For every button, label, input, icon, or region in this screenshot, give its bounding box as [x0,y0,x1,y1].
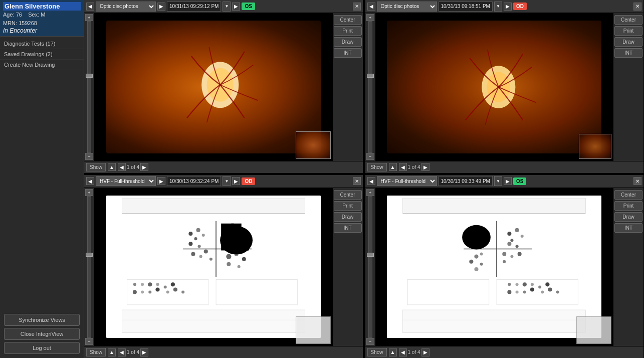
bottom-right-brightness-up[interactable]: + [366,189,374,196]
sidebar-item-saved-drawings[interactable]: Saved Drawings (2) [0,49,84,60]
bottom-left-draw-button[interactable]: Draw [334,212,362,222]
close-integriview-button[interactable]: Close IntegriView [4,328,80,340]
top-left-center-button[interactable]: Center [334,15,362,25]
bottom-left-brightness-down[interactable]: − [85,338,93,345]
top-right-page-info: 1 of 4 [408,164,420,170]
top-left-print-button[interactable]: Print [334,26,362,36]
top-right-footer-up[interactable]: ▲ [389,163,397,171]
top-left-slider-thumb[interactable] [86,74,93,78]
bottom-right-draw-button[interactable]: Draw [614,212,642,222]
svg-point-16 [196,228,200,232]
bottom-left-footer-prev[interactable]: ◀ [118,348,126,356]
bottom-right-footer-next[interactable]: ▶ [421,348,430,356]
bottom-left-footer-next[interactable]: ▶ [140,348,148,356]
top-right-show-button[interactable]: Show [367,163,387,171]
top-right-close-button[interactable]: ✕ [633,3,641,11]
top-left-prev-arrow[interactable]: ◀ [86,3,94,11]
bottom-right-slider-track[interactable] [368,196,372,338]
bottom-left-brightness-controls: + − [84,188,94,346]
top-right-footer-next[interactable]: ▶ [421,163,430,171]
bottom-right-header: ◀ HVF - Full-threshold 10/30/13 09:33:49… [365,175,644,188]
bottom-left-print-button[interactable]: Print [334,201,362,211]
bottom-left-close-button[interactable]: ✕ [353,177,361,185]
bottom-right-nav-footer: ◀ 1 of 4 ▶ [399,348,430,356]
svg-point-59 [511,255,514,258]
top-right-prev-arrow[interactable]: ◀ [367,3,375,11]
top-left-show-button[interactable]: Show [86,163,106,171]
top-right-dropdown-arrow[interactable]: ▼ [494,2,502,12]
svg-point-42 [166,291,169,294]
bottom-right-footer: Show ▲ ◀ 1 of 4 ▶ [365,346,644,358]
top-left-brightness-down[interactable]: − [85,153,93,160]
bottom-left-slider-thumb[interactable] [86,253,93,257]
top-left-title-select[interactable]: Optic disc photos [96,2,156,12]
top-right-draw-button[interactable]: Draw [614,37,642,47]
bottom-right-print-button[interactable]: Print [614,201,642,211]
svg-point-24 [209,258,212,261]
bottom-left-dropdown-arrow[interactable]: ▼ [223,176,231,186]
bottom-left-next-arrow[interactable]: ▶ [157,177,165,185]
bottom-right-title-select[interactable]: HVF - Full-threshold [377,176,437,186]
bottom-right-brightness-down[interactable]: − [366,338,374,345]
sidebar: Glenn Silverstone Age: 76 Sex: M MRN: 15… [0,0,84,358]
top-left-dropdown-arrow[interactable]: ▼ [223,2,231,12]
bottom-left-show-button[interactable]: Show [86,348,106,356]
top-right-slider-track[interactable] [368,21,372,153]
top-left-slider-container [85,21,94,153]
top-left-viewer-panel: ◀ Optic disc photos ▶ 10/31/13 09:29:12 … [84,0,363,173]
bottom-right-show-button[interactable]: Show [367,348,387,356]
top-left-slider-track[interactable] [87,21,91,153]
top-right-brightness-down[interactable]: − [366,153,374,160]
top-right-center-button[interactable]: Center [614,15,642,25]
bottom-right-slider-thumb[interactable] [367,253,374,257]
bottom-right-play-arrow[interactable]: ▶ [504,177,512,185]
bottom-left-footer-up[interactable]: ▲ [108,348,116,356]
bottom-left-prev-arrow[interactable]: ◀ [86,177,94,185]
top-left-play-arrow[interactable]: ▶ [232,3,240,11]
top-right-body: + − [365,13,644,161]
bottom-left-thumbnail [296,316,331,344]
top-right-footer-prev[interactable]: ◀ [399,163,407,171]
synchronize-views-button[interactable]: Synchronize Views [4,314,80,326]
log-out-button[interactable]: Log out [4,342,80,354]
top-left-int-button[interactable]: INT [334,48,362,58]
top-left-brightness-controls: + − [84,13,94,161]
top-right-int-button[interactable]: INT [614,48,642,58]
top-right-title-select[interactable]: Optic disc photos [377,2,437,12]
top-right-play-arrow[interactable]: ▶ [504,3,512,11]
bottom-right-footer-prev[interactable]: ◀ [399,348,407,356]
top-right-brightness-up[interactable]: + [366,14,374,21]
svg-point-51 [462,225,491,250]
svg-point-55 [521,235,524,238]
bottom-right-dropdown-arrow[interactable]: ▼ [494,176,502,186]
bottom-left-title-select[interactable]: HVF - Full-threshold [96,176,156,186]
mrn-value: 159268 [19,20,37,26]
bottom-right-brightness-controls: + − [365,188,375,346]
bottom-right-close-button[interactable]: ✕ [633,177,641,185]
bottom-right-center-button[interactable]: Center [614,190,642,200]
top-left-optic-image [106,21,321,153]
top-left-draw-button[interactable]: Draw [334,37,362,47]
bottom-right-prev-arrow[interactable]: ◀ [367,177,375,185]
bottom-left-brightness-up[interactable]: + [85,189,93,196]
patient-age: 76 [16,12,22,18]
top-left-footer-prev[interactable]: ◀ [118,163,126,171]
bottom-left-play-arrow[interactable]: ▶ [232,177,240,185]
top-right-slider-thumb[interactable] [367,74,374,78]
svg-point-63 [480,253,483,256]
top-right-print-button[interactable]: Print [614,26,642,36]
bottom-right-slider-container [366,196,375,338]
top-left-close-button[interactable]: ✕ [353,3,361,11]
top-left-brightness-up[interactable]: + [85,14,93,21]
bottom-left-int-button[interactable]: INT [334,223,362,233]
bottom-right-footer-up[interactable]: ▲ [389,348,397,356]
bottom-left-center-button[interactable]: Center [334,190,362,200]
sidebar-item-diagnostic-tests[interactable]: Diagnostic Tests (17) [0,39,84,49]
sidebar-item-create-new-drawing[interactable]: Create New Drawing [0,60,84,70]
in-encounter-status: In Encounter [3,27,81,34]
top-left-footer-up[interactable]: ▲ [108,163,116,171]
top-left-next-arrow[interactable]: ▶ [157,3,165,11]
bottom-left-slider-track[interactable] [87,196,91,338]
bottom-right-int-button[interactable]: INT [614,223,642,233]
top-left-footer-next[interactable]: ▶ [140,163,148,171]
